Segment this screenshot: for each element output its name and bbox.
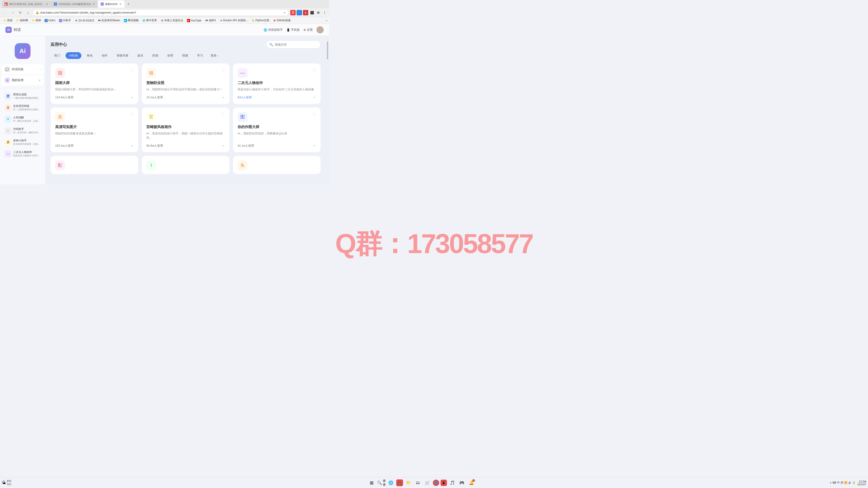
extension-icon-3[interactable]: ● — [303, 10, 308, 15]
scrollbar-thumb[interactable] — [327, 41, 328, 59]
filter-tab-study[interactable]: 学习 — [193, 52, 207, 59]
bookmark-fofa[interactable]: F FOFA — [43, 19, 57, 23]
app-card-zuotu-arrow[interactable]: → — [312, 144, 316, 148]
app-card-chongwu[interactable]: 猫 ♡ 宠物职业照 Hi，我能帮你画出不同职业的可爱动物～满足你的想象力！ 14… — [142, 64, 229, 104]
bookmark-tencent-video[interactable]: ▶ 腾讯视频 — [123, 18, 140, 23]
bookmark-steam[interactable]: 🎮 欢迎来到Steam — [96, 18, 122, 23]
sidebar-app-interpersonal[interactable]: ✦ 人间清醒 Hi，嘴舌冷漠无情，让我来敲打... — [2, 114, 43, 125]
filter-tabs: 热门 AI绘画 角色 创作 智能专家 娱乐 职场 命理 情感 学习 更多 › — [51, 52, 320, 59]
bookmark-崩坏[interactable]: 🎮 崩坏3 — [204, 18, 217, 23]
search-box[interactable]: 🔍 — [266, 40, 320, 48]
app-card-miyazaki[interactable]: 官 ♡ 宫崎骏风格画作 Hi，我是你的绘画小助手，我能一键画出任何主题的宫崎骏风… — [142, 107, 229, 152]
extension-icon-6[interactable]: ⋮ — [322, 10, 327, 15]
app-card-chongwu-heart[interactable]: ♡ — [221, 68, 225, 73]
bookmark-welfare[interactable]: 📁 福利网 — [15, 18, 29, 23]
sidebar-app-anime2d[interactable]: — 二次元人物创作 我是你的人物创作小助手，为你... — [2, 149, 43, 159]
bookmark-alien[interactable]: 👾 外星人充值后台 — [159, 18, 185, 23]
filter-tab-create[interactable]: 创作 — [98, 52, 111, 59]
bookmark-palm-world[interactable]: 🌐 掌中世界 — [141, 18, 158, 23]
filter-tab-entertainment[interactable]: 娱乐 — [134, 52, 147, 59]
app-card-miyazaki-heart[interactable]: ♡ — [221, 112, 225, 117]
forward-button[interactable]: → — [9, 9, 16, 16]
bookmark-docker[interactable]: 🐳 Docker API 未授权... — [218, 18, 249, 23]
app-card-guohua-heart[interactable]: ♡ — [130, 68, 133, 73]
header-right: 🌐 浏览器助手 📱 手机版 ⚙ 设置 — [264, 26, 324, 33]
extension-icon-5[interactable]: ⚙ — [315, 10, 321, 15]
app-card-guohua[interactable]: 国 ♡ 国画大师 我是AI国画大师，带你跨时代体验国画的风采～ 124.6w人使… — [51, 64, 138, 104]
bookmark-python[interactable]: 🐍 Python文档 — [250, 18, 271, 23]
extension-icon-1[interactable]: 文 — [290, 10, 296, 15]
app-card-guohua-header: 国 ♡ — [55, 68, 133, 78]
sidebar-app-code[interactable]: ○ 代码助手 Hi，您写代码，解析代码还是代... — [2, 125, 43, 136]
sidebar-app-resume[interactable]: 交 交友简历神器 Hi，让我快速帮你生成相亲自我... — [2, 102, 43, 113]
refresh-button[interactable]: ↻ — [17, 9, 24, 16]
new-tab-button[interactable]: + — [125, 1, 132, 7]
filter-tab-fate[interactable]: 命理 — [164, 52, 177, 59]
app-card-gaoquing-arrow[interactable]: → — [130, 144, 133, 148]
search-input[interactable] — [275, 43, 318, 46]
mobile-version-button[interactable]: 📱 手机版 — [286, 28, 300, 32]
bookmark-youtube[interactable]: ▶ YouTube — [186, 19, 203, 23]
bookmark-github[interactable]: 🐙 GitHub加速 — [272, 18, 292, 23]
app-card-guohua-arrow[interactable]: → — [130, 95, 133, 99]
tab-2[interactable]: {} JSON在线 | JSON解析格式化 ✕ — [51, 0, 98, 8]
sidebar-my-apps[interactable]: ⊞ 我的应用 ∨ — [2, 75, 43, 85]
bookmarks-more-button[interactable]: » — [326, 19, 327, 22]
sidebar-app-yuanshen[interactable]: 原 原神小助手 发布原神中的剧情，角色，解谜... — [2, 137, 43, 148]
bookmark-label-resources: 资源 — [7, 19, 12, 22]
app-card-zuotu-footer: 41.1w人使用 → — [238, 144, 316, 148]
bookmark-aiassist[interactable]: Ai AI助手 — [58, 18, 72, 23]
bookmark-yuanshen[interactable]: 📁 原神 — [30, 18, 42, 23]
filter-tab-emotion[interactable]: 情感 — [179, 52, 192, 59]
sidebar-app-wallpaper[interactable]: 壁 壁纸生成器 一键生成各类风格的壁纸。 — [2, 91, 43, 101]
app-card-chongwu-users: 14.1w人使用 — [146, 95, 163, 99]
app-card-gaoquing[interactable]: 真 ♡ 高清写实图片 我能把你的想象变成真实图像～ 225.2w人使用 → — [51, 107, 138, 152]
app-card-head[interactable]: 头 — [233, 156, 320, 174]
app-card-peidou[interactable]: 配 — [51, 156, 138, 174]
app-card-gaoquing-heart[interactable]: ♡ — [130, 112, 133, 117]
app-card-erciyuan[interactable]: — ♡ 二次元人物创作 我是你的人物创作小助手，为你创作二次元风格的人物画像 8… — [233, 64, 320, 104]
extension-icon-4[interactable]: ⬛ — [309, 10, 315, 15]
app-card-gaoquing-header: 真 ♡ — [55, 112, 133, 122]
filter-tab-role[interactable]: 角色 — [83, 52, 96, 59]
app-card-erciyuan-heart[interactable]: ♡ — [312, 68, 316, 73]
bookmark-label-python: Python文档 — [255, 19, 269, 22]
bookmark-icon-alien: 👾 — [160, 19, 164, 22]
tab-close-2[interactable]: ✕ — [92, 2, 95, 6]
browser-helper-button[interactable]: 🌐 浏览器助手 — [264, 28, 283, 32]
settings-button[interactable]: ⚙ 设置 — [303, 28, 313, 32]
user-avatar[interactable] — [316, 26, 324, 33]
tab-3[interactable]: Ai 搜索AI伙伴 ✕ — [98, 0, 124, 8]
tab-close-1[interactable]: ✕ — [45, 2, 49, 6]
app-card-miyazaki-arrow[interactable]: → — [221, 144, 225, 148]
filter-tab-work[interactable]: 职场 — [149, 52, 162, 59]
app-card-chongwu-arrow[interactable]: → — [221, 95, 225, 99]
sidebar-app-anime2d-name: 二次元人物创作 — [13, 150, 41, 154]
filter-tab-hot[interactable]: 热门 — [51, 52, 64, 59]
app-card-logo2[interactable]: I — [142, 156, 229, 174]
app-card-guohua-icon: 国 — [55, 68, 65, 78]
my-apps-icon: ⊞ — [4, 77, 10, 83]
app-card-zuotu-heart[interactable]: ♡ — [312, 112, 316, 117]
bookmark-resources[interactable]: 📁 资源 — [2, 18, 14, 23]
url-bar[interactable]: 🔒 chat.baidu.com/?showAssistant=1&refer_… — [33, 9, 289, 16]
header-left: Ai 对话 — [5, 27, 21, 33]
sidebar-app-interpersonal-icon: ✦ — [4, 116, 11, 123]
app-card-zuotu[interactable]: 图 ♡ 你的作图大师 Hi，我能把你所想的，用图像表达出来 41.1w人使用 → — [233, 107, 320, 152]
tab-close-3[interactable]: ✕ — [119, 2, 122, 6]
chat-list-arrow: › — [40, 68, 41, 71]
extension-icon-2[interactable]: 🌐 — [297, 10, 302, 15]
home-button[interactable]: ⌂ — [25, 9, 31, 16]
sidebar-app-resume-icon: 交 — [4, 104, 11, 111]
tab-1[interactable]: ▶ 神印王座第18话_动漫_高清完... ✕ — [2, 0, 51, 8]
filter-tab-more[interactable]: 更多 › — [209, 52, 220, 59]
filter-tab-expert[interactable]: 智能专家 — [113, 52, 132, 59]
app-card-erciyuan-arrow[interactable]: → — [312, 95, 316, 99]
sidebar-app-code-desc: Hi，您写代码，解析代码还是代... — [13, 131, 41, 134]
filter-tab-aipaint[interactable]: AI绘画 — [66, 52, 81, 59]
back-button[interactable]: ← — [2, 9, 8, 16]
sidebar-chat-list[interactable]: 💬 对话列表 › — [2, 64, 43, 74]
bookmark-zxin[interactable]: 🖥 ZX-IN E2615 — [73, 19, 95, 23]
sidebar-app-code-icon: ○ — [4, 127, 11, 134]
sidebar: Ai 💬 对话列表 › ⊞ 我的应用 ∨ 壁 壁纸生成器 一键生成各类风格的壁纸… — [0, 36, 45, 184]
